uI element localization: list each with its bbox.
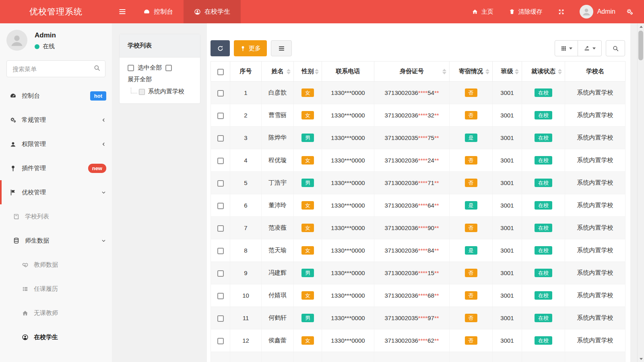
row-checkbox[interactable] — [217, 90, 224, 97]
column-header-性别[interactable]: 性别 — [294, 62, 322, 82]
row-checkbox[interactable] — [217, 248, 224, 254]
sidebar-item-师生数据[interactable]: 师生数据 — [0, 228, 112, 253]
columns-dropdown-button[interactable] — [555, 40, 578, 56]
column-header-姓名[interactable]: 姓名 — [262, 62, 294, 82]
fullscreen-button[interactable] — [550, 0, 572, 23]
scroll-down-arrow[interactable] — [638, 356, 644, 362]
cell-id-number: 3713002036****32** — [374, 104, 450, 127]
id-masked-part: **** — [418, 269, 427, 276]
toggle-toolbar-button[interactable] — [271, 40, 292, 56]
sidebar-item-label: 优校管理 — [22, 189, 46, 196]
tab-dashboard[interactable]: 控制台 — [133, 0, 184, 23]
menu-icon — [118, 8, 126, 16]
tree-node-label[interactable]: 系统内置学校 — [148, 88, 184, 95]
user-avatar[interactable] — [580, 5, 593, 19]
sidebar-item-任课履历[interactable]: 任课履历 — [0, 277, 112, 301]
row-checkbox[interactable] — [217, 225, 224, 232]
table-header: 序号姓名性别联系电话身份证号寄宿情况班级就读状态学校名 — [211, 62, 625, 82]
table-row: 8范天瑜女1330***00003713002036****84**是3001在… — [211, 239, 625, 262]
sidebar-item-权限管理[interactable]: 权限管理 — [0, 132, 112, 156]
cell-name: 侯鑫蕾 — [262, 329, 294, 352]
cell-index: 7 — [230, 217, 262, 239]
cell-select — [211, 284, 230, 307]
more-button[interactable]: 更多 — [234, 40, 267, 56]
status-badge: 在校 — [535, 134, 552, 142]
column-header-就读状态[interactable]: 就读状态 — [522, 62, 565, 82]
cell-school: 系统内置学校 — [565, 239, 625, 262]
scroll-up-arrow[interactable] — [638, 23, 644, 30]
profile-status: 在线 — [35, 43, 56, 50]
sort-arrows-icon — [442, 69, 446, 74]
table-row: 5丁浩宇男1330***00003713002036****71**否3001在… — [211, 172, 625, 194]
menu-search-input[interactable] — [6, 60, 105, 77]
profile-avatar[interactable] — [6, 30, 27, 51]
sidebar-item-控制台[interactable]: 控制台hot — [0, 84, 112, 108]
sidebar-item-优校管理[interactable]: 优校管理 — [0, 180, 112, 204]
select-all-checkbox[interactable] — [128, 65, 134, 71]
settings-button[interactable] — [624, 0, 635, 23]
cell-status: 在校 — [522, 194, 565, 217]
cell-index: 1 — [230, 82, 262, 104]
expand-all-label[interactable]: 展开全部 — [128, 76, 200, 83]
column-header-班级[interactable]: 班级 — [493, 62, 522, 82]
cell-boarding: 否 — [450, 307, 493, 329]
chevron-left-icon — [101, 142, 106, 147]
sidebar-item-学校列表[interactable]: 学校列表 — [0, 204, 112, 228]
book-icon — [13, 213, 20, 220]
row-checkbox[interactable] — [217, 158, 224, 164]
row-checkbox[interactable] — [217, 270, 224, 277]
boarding-badge: 否 — [465, 336, 477, 345]
tab-enrolled-students[interactable]: 在校学生 — [184, 0, 241, 23]
row-checkbox[interactable] — [217, 180, 224, 187]
sidebar-item-无课教师[interactable]: 无课教师 — [0, 301, 112, 325]
id-masked-part: **** — [418, 157, 427, 164]
cell-gender: 女 — [294, 104, 322, 127]
cell-name: 付婧琪 — [262, 284, 294, 307]
table-search-button[interactable] — [606, 40, 625, 56]
sidebar-toggle-button[interactable] — [112, 0, 133, 23]
cell-boarding: 否 — [450, 329, 493, 352]
cell-index: 12 — [230, 329, 262, 352]
row-checkbox[interactable] — [217, 338, 224, 344]
bars-icon — [278, 45, 285, 52]
cell-boarding: 是 — [450, 127, 493, 149]
row-checkbox[interactable] — [217, 315, 224, 322]
id-masked-part: ** — [434, 202, 439, 209]
row-checkbox[interactable] — [217, 293, 224, 299]
refresh-button[interactable] — [211, 40, 230, 56]
list-icon — [22, 286, 29, 292]
column-header-身份证号[interactable]: 身份证号 — [374, 62, 450, 82]
sidebar-item-label: 在校学生 — [34, 333, 58, 341]
expand-all-checkbox[interactable] — [165, 65, 172, 71]
cell-select — [211, 194, 230, 217]
boarding-badge: 否 — [465, 156, 477, 165]
scrollbar-thumb[interactable] — [638, 31, 643, 60]
row-checkbox[interactable] — [217, 135, 224, 142]
clear-cache-link[interactable]: 清除缓存 — [501, 0, 550, 23]
user-circle-icon — [22, 334, 29, 341]
cell-phone: 1330***0000 — [322, 217, 374, 239]
row-checkbox[interactable] — [217, 203, 224, 209]
row-checkbox[interactable] — [217, 113, 224, 119]
cell-index: 4 — [230, 149, 262, 172]
gender-badge: 女 — [301, 111, 314, 119]
export-icon — [584, 45, 590, 51]
tree-node-checkbox[interactable] — [139, 89, 145, 95]
cell-school: 系统内置学校 — [565, 194, 625, 217]
user-menu[interactable]: Admin — [597, 8, 615, 15]
home-link[interactable]: 主页 — [464, 0, 501, 23]
online-status-dot — [35, 44, 39, 49]
export-dropdown-button[interactable] — [578, 40, 602, 56]
cell-phone: 1330***0000 — [322, 194, 374, 217]
id-masked-part: **** — [418, 134, 427, 141]
id-masked-part: ** — [434, 157, 439, 164]
sidebar-item-插件管理[interactable]: 插件管理new — [0, 156, 112, 180]
column-header-寄宿情况[interactable]: 寄宿情况 — [450, 62, 493, 82]
cell-status: 在校 — [522, 217, 565, 239]
sidebar-item-常规管理[interactable]: 常规管理 — [0, 108, 112, 132]
sidebar-item-教师数据[interactable]: 教师数据 — [0, 253, 112, 277]
gears-icon — [10, 117, 17, 123]
grid-icon — [561, 45, 567, 51]
select-all-rows-checkbox[interactable] — [217, 69, 224, 75]
sidebar-item-在校学生[interactable]: 在校学生 — [0, 325, 112, 349]
